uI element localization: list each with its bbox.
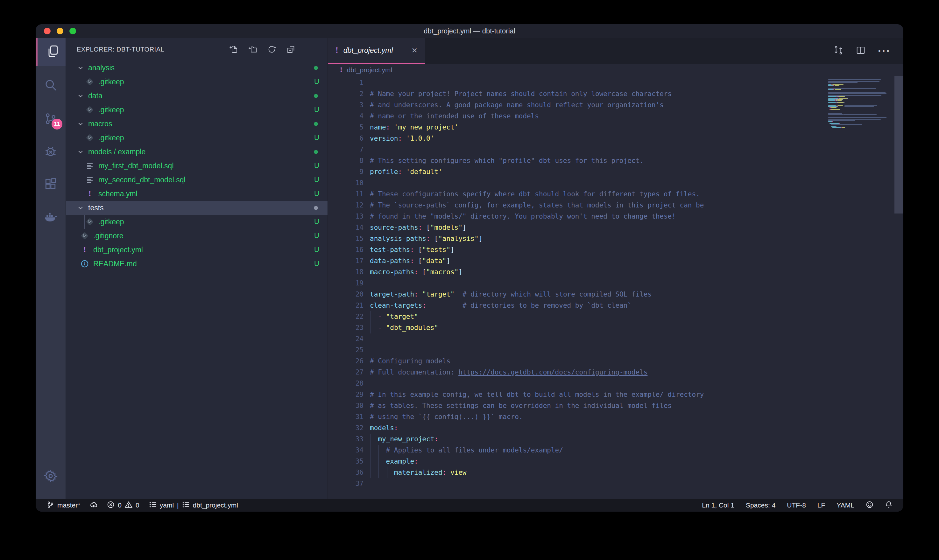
sync-changes-button[interactable] — [90, 501, 97, 510]
split-editor-icon[interactable] — [856, 45, 866, 57]
git-untracked-badge: U — [314, 78, 319, 86]
tree-item-macros[interactable]: macros — [66, 117, 328, 131]
collapse-all-icon[interactable] — [286, 45, 296, 54]
git-changes-dot-badge — [314, 122, 318, 126]
more-actions-icon[interactable]: ··· — [878, 48, 891, 54]
feedback-item[interactable] — [866, 501, 873, 510]
cursor-position-item[interactable]: Ln 1, Col 1 — [702, 502, 734, 509]
activity-docker-button[interactable] — [35, 203, 66, 231]
minimap[interactable] — [828, 78, 894, 499]
indent-guide — [371, 456, 371, 467]
open-changes-icon[interactable] — [833, 45, 844, 57]
sql-file-icon — [86, 175, 94, 184]
editor-scrollbar[interactable] — [894, 76, 904, 214]
git-file-icon — [80, 232, 89, 240]
encoding-item[interactable]: UTF-8 — [787, 502, 806, 509]
yaml-schema-item[interactable]: yaml | dbt_project.yml — [149, 501, 238, 510]
code-line: clean-targets: # directories to be remov… — [370, 300, 827, 311]
tree-item--gitkeep[interactable]: .gitkeepU — [66, 215, 328, 229]
indent-guide — [379, 456, 379, 467]
code-line: # In this example config, we tell dbt to… — [370, 389, 827, 400]
code-line: # This setting configures which "profile… — [370, 155, 827, 166]
activity-debug-button[interactable] — [35, 138, 66, 166]
tree-item--gitkeep[interactable]: .gitkeepU — [66, 103, 328, 117]
eol-item[interactable]: LF — [817, 502, 825, 509]
code-line — [370, 334, 827, 345]
tree-item-my-first-dbt-model-sql[interactable]: my_first_dbt_model.sqlU — [66, 159, 328, 173]
tree-item-dbt-project-yml[interactable]: !dbt_project.ymlU — [66, 243, 328, 257]
tree-item--gitkeep[interactable]: .gitkeepU — [66, 131, 328, 145]
indentation-item[interactable]: Spaces: 4 — [746, 502, 775, 509]
settings-gear-button[interactable] — [35, 464, 66, 489]
tree-item-label: my_first_dbt_model.sql — [99, 162, 174, 170]
scm-count-badge: 11 — [52, 119, 62, 129]
tab-dbt-project-yml[interactable]: ! dbt_project.yml × — [328, 38, 425, 64]
code-line — [370, 278, 827, 289]
line-number: 7 — [328, 144, 363, 155]
code-line — [370, 77, 827, 88]
code-line: macro-paths: ["macros"] — [370, 267, 827, 278]
breadcrumb[interactable]: ! dbt_project.yml — [328, 64, 904, 76]
tree-item-my-second-dbt-model-sql[interactable]: my_second_dbt_model.sqlU — [66, 173, 328, 187]
new-file-icon[interactable] — [229, 45, 239, 54]
minimap-line — [828, 84, 844, 85]
chevron-down-icon — [77, 204, 84, 212]
git-changes-dot-badge — [314, 66, 318, 70]
code-content[interactable]: # Name your project! Project names shoul… — [370, 77, 827, 489]
line-number: 12 — [328, 200, 363, 211]
notifications-item[interactable] — [885, 501, 893, 510]
activity-explorer-button[interactable] — [35, 38, 68, 66]
minimap-line — [828, 106, 874, 107]
tree-item-schema-yml[interactable]: !schema.ymlU — [66, 187, 328, 201]
activity-search-button[interactable] — [35, 72, 66, 100]
tree-item--gitkeep[interactable]: .gitkeepU — [66, 75, 328, 89]
code-line — [370, 478, 827, 489]
code-line: # and underscores. A good package name s… — [370, 100, 827, 111]
line-number: 5 — [328, 122, 363, 133]
tree-item-tests[interactable]: tests — [66, 201, 328, 215]
line-number: 4 — [328, 111, 363, 122]
code-line: name: 'my_new_project' — [370, 122, 827, 133]
bell-icon — [885, 501, 893, 510]
language-mode-item[interactable]: YAML — [836, 502, 854, 509]
yaml-file-icon: ! — [336, 46, 339, 54]
tree-item-analysis[interactable]: analysis — [66, 61, 328, 75]
tree-item-readme-md[interactable]: README.mdU — [66, 257, 328, 271]
problems-item[interactable]: 0 0 — [107, 501, 139, 510]
tree-item-data[interactable]: data — [66, 89, 328, 103]
line-number: 32 — [328, 423, 363, 434]
code-line — [370, 378, 827, 389]
line-number: 31 — [328, 411, 363, 423]
activity-extensions-button[interactable] — [35, 171, 66, 199]
activity-source-control-button[interactable]: 11 — [35, 105, 66, 133]
git-branch-item[interactable]: master* — [46, 501, 80, 510]
tree-item-label: .gitkeep — [99, 218, 124, 226]
code-area[interactable]: 1234567891011121314151617181920212223242… — [328, 76, 904, 499]
indent-guide — [371, 467, 371, 478]
explorer-sidebar: EXPLORER: DBT-TUTORIAL analysis.gitkeepU… — [66, 38, 328, 499]
minimap-line — [828, 81, 879, 82]
tree-item-label: my_second_dbt_model.sql — [99, 175, 186, 184]
schema-separator: | — [177, 502, 179, 509]
tree-item-label: dbt_project.yml — [93, 246, 143, 254]
tree-item-models-example[interactable]: models / example — [66, 145, 328, 159]
info-file-icon — [80, 260, 89, 268]
ln-col-label: Ln 1, Col 1 — [702, 502, 734, 509]
line-number: 8 — [328, 155, 363, 166]
indent-guide — [387, 467, 387, 478]
docker-whale-icon — [44, 210, 58, 225]
tree-item-label: .gitkeep — [99, 106, 124, 114]
refresh-explorer-icon[interactable] — [267, 45, 277, 54]
tree-item--gitignore[interactable]: .gitignoreU — [66, 229, 328, 243]
tree-item-label: analysis — [88, 64, 115, 72]
sql-file-icon — [86, 162, 94, 170]
vscode-window: dbt_project.yml — dbt-tutorial 11 EXPLOR… — [35, 24, 904, 512]
minimap-line — [828, 107, 836, 108]
close-tab-icon[interactable]: × — [412, 45, 417, 56]
cloud-upload-icon — [90, 501, 97, 510]
line-number: 20 — [328, 289, 363, 300]
line-number: 15 — [328, 233, 363, 245]
minimap-line — [828, 99, 843, 100]
code-line — [370, 345, 827, 356]
new-folder-icon[interactable] — [248, 45, 257, 54]
